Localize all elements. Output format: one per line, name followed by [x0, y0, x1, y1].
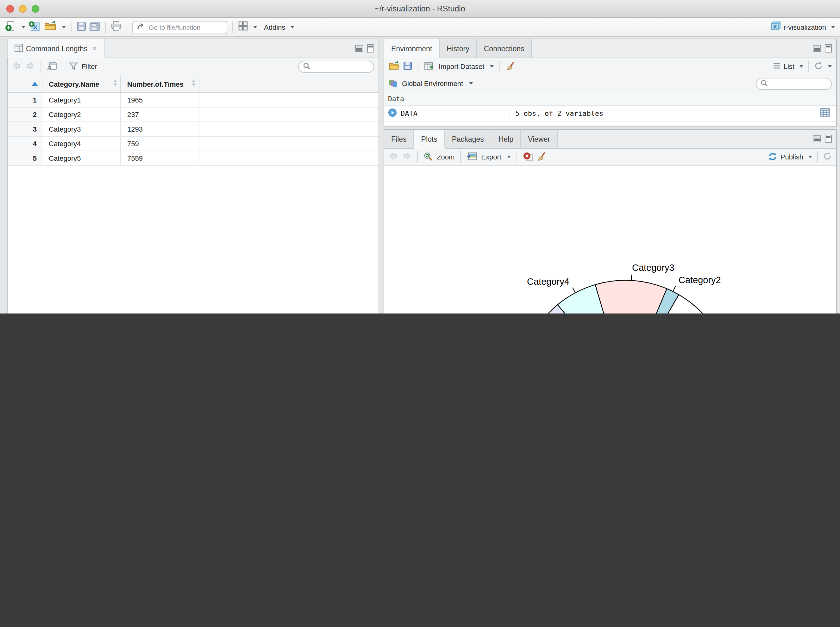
- scope-selector[interactable]: Global Environment: [402, 80, 463, 87]
- tab-label: History: [447, 45, 469, 52]
- minimize-pane-icon[interactable]: [355, 45, 363, 52]
- list-view-caret[interactable]: [799, 65, 803, 68]
- open-folder-icon[interactable]: [388, 61, 399, 71]
- tab-files[interactable]: Files: [384, 130, 414, 148]
- zoom-magnifier-icon[interactable]: [423, 151, 433, 162]
- maximize-pane-icon[interactable]: [825, 135, 832, 143]
- broom-icon[interactable]: [506, 61, 515, 72]
- times-cell: 7559: [121, 151, 199, 165]
- filter-button[interactable]: Filter: [82, 63, 97, 70]
- publish-caret[interactable]: [808, 156, 812, 158]
- save-icon[interactable]: [77, 21, 86, 33]
- table-row[interactable]: 5Category57559: [8, 151, 379, 166]
- column-header-times[interactable]: Number.of.Times: [121, 75, 199, 92]
- publish-button[interactable]: Publish: [780, 153, 803, 161]
- viewer-search-input[interactable]: [313, 62, 369, 71]
- broom-icon[interactable]: [537, 151, 546, 162]
- scope-caret[interactable]: [469, 82, 472, 85]
- maximize-pane-icon[interactable]: [367, 44, 374, 52]
- table-header-row: Category.Name Number.of.Times: [8, 75, 379, 93]
- environment-search-box[interactable]: [756, 77, 832, 90]
- tab-label: Plots: [421, 135, 437, 143]
- goto-file-input[interactable]: [147, 23, 223, 32]
- table-row[interactable]: 3Category31293: [8, 122, 379, 137]
- zoom-plot-button[interactable]: Zoom: [437, 153, 455, 161]
- maximize-pane-icon[interactable]: [825, 44, 832, 52]
- export-plot-button[interactable]: Export: [481, 153, 501, 161]
- expand-play-icon[interactable]: [388, 108, 397, 119]
- refresh-icon[interactable]: [814, 61, 823, 71]
- search-icon: [761, 79, 768, 88]
- save-all-icon[interactable]: [89, 21, 100, 33]
- tab-environment[interactable]: Environment: [384, 39, 440, 58]
- table-row[interactable]: 1Category11965: [8, 93, 379, 107]
- row-number-cell: 4: [8, 137, 43, 151]
- forward-arrow-icon[interactable]: [25, 61, 35, 71]
- data-grid-icon[interactable]: [820, 108, 830, 119]
- viewer-tabstrip: Command Lengths ✕: [8, 39, 379, 58]
- remove-plot-icon[interactable]: [523, 151, 533, 162]
- new-project-icon[interactable]: R: [28, 20, 41, 34]
- label-tick: [573, 288, 575, 293]
- refresh-icon[interactable]: [823, 152, 832, 162]
- minimize-pane-icon[interactable]: [813, 45, 821, 52]
- tab-command-lengths[interactable]: Command Lengths ✕: [7, 39, 105, 58]
- tab-connections[interactable]: Connections: [477, 39, 532, 58]
- search-icon: [303, 62, 310, 71]
- addins-button[interactable]: Addins: [264, 24, 285, 31]
- tab-label: Environment: [391, 45, 432, 52]
- export-image-icon[interactable]: [467, 152, 477, 162]
- project-menu[interactable]: R r-visualization: [770, 20, 835, 34]
- back-arrow-icon[interactable]: [12, 61, 22, 71]
- addins-caret[interactable]: [290, 26, 294, 28]
- import-dataset-caret[interactable]: [490, 65, 494, 68]
- tab-plots[interactable]: Plots: [414, 130, 445, 149]
- filter-funnel-icon[interactable]: [69, 62, 78, 71]
- new-file-caret[interactable]: [22, 26, 25, 28]
- environment-scope-row: Global Environment: [384, 75, 836, 92]
- tab-packages[interactable]: Packages: [445, 130, 491, 148]
- open-file-icon[interactable]: [44, 21, 57, 33]
- refresh-caret[interactable]: [828, 65, 832, 68]
- tab-help[interactable]: Help: [491, 130, 521, 148]
- table-row[interactable]: 4Category4759: [8, 137, 379, 151]
- export-caret[interactable]: [507, 156, 511, 158]
- open-file-caret[interactable]: [62, 26, 66, 28]
- data-section-header: Data: [384, 92, 836, 106]
- tab-history[interactable]: History: [440, 39, 477, 58]
- print-icon[interactable]: [111, 21, 122, 33]
- label-tick: [632, 274, 632, 280]
- toolbar-separator: [232, 22, 233, 33]
- minimize-pane-icon[interactable]: [813, 135, 821, 142]
- tab-viewer[interactable]: Viewer: [521, 130, 558, 148]
- environment-object-row[interactable]: DATA 5 obs. of 2 variables: [384, 106, 836, 122]
- import-dataset-button[interactable]: Import Dataset: [439, 63, 484, 70]
- plots-toolbar-right: Publish: [768, 151, 832, 162]
- table-row[interactable]: 2Category2237: [8, 107, 379, 122]
- new-file-icon[interactable]: [5, 20, 16, 34]
- list-view-button[interactable]: List: [784, 63, 794, 70]
- category-cell: Category2: [43, 107, 121, 121]
- import-dataset-icon[interactable]: [424, 61, 435, 71]
- pane-controls: [813, 135, 832, 143]
- data-viewer-pane: Command Lengths ✕ Filter: [7, 39, 379, 314]
- environment-tabstrip: Environment History Connections: [384, 39, 836, 58]
- pane-layout-caret[interactable]: [253, 26, 257, 28]
- close-tab-icon[interactable]: ✕: [92, 45, 97, 52]
- viewer-search-box[interactable]: [298, 60, 374, 72]
- sort-ascending-icon: [32, 82, 38, 86]
- row-number-header[interactable]: [8, 75, 43, 92]
- title-bar: ~/r-visualization - RStudio: [0, 0, 840, 18]
- r-project-cube-icon: R: [770, 20, 780, 34]
- back-arrow-icon[interactable]: [388, 152, 398, 162]
- column-header-category[interactable]: Category.Name: [43, 75, 121, 92]
- pane-controls: [355, 45, 374, 52]
- forward-arrow-icon[interactable]: [402, 152, 411, 162]
- popout-icon[interactable]: [47, 61, 57, 71]
- save-icon[interactable]: [403, 61, 412, 71]
- goto-file-box[interactable]: [132, 20, 227, 34]
- environment-stack-icon: [388, 78, 398, 89]
- environment-search-input[interactable]: [771, 79, 827, 88]
- tab-label: Viewer: [528, 135, 550, 143]
- pane-layout-icon[interactable]: [238, 21, 248, 33]
